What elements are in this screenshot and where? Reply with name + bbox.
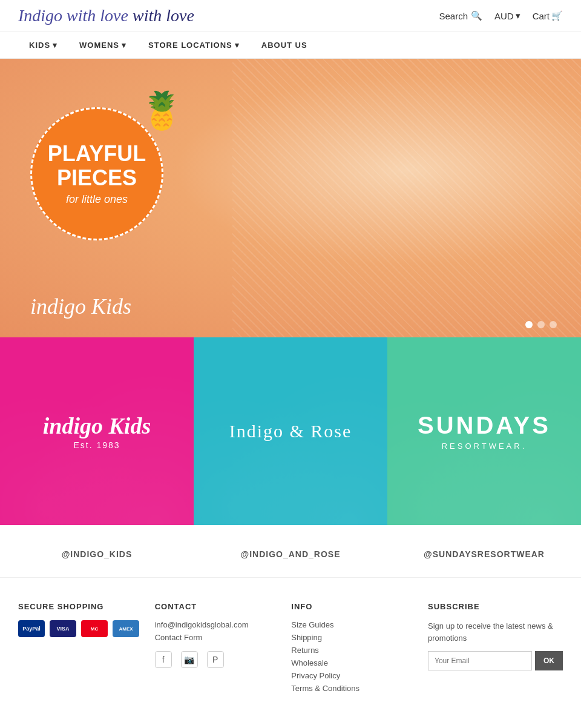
main-nav: KIDS ▾ WOMENS ▾ STORE LOCATIONS ▾ ABOUT … — [0, 32, 581, 59]
hero-dot-2[interactable] — [537, 321, 545, 328]
brand-panel-kids[interactable]: indigo Kids Est. 1983 — [0, 337, 194, 525]
nav-about-label: ABOUT US — [261, 41, 307, 50]
social-handle-sundays[interactable]: @SUNDAYSRESORTWEAR — [387, 549, 581, 559]
chevron-down-icon: ▾ — [516, 10, 520, 21]
footer-wholesale[interactable]: Wholesale — [291, 658, 416, 667]
footer-contact-form-link[interactable]: Contact Form — [155, 633, 280, 642]
nav-store-label: STORE LOCATIONS — [148, 41, 232, 50]
payment-mastercard: MC — [81, 620, 108, 637]
footer-col-info: INFO Size Guides Shipping Returns Wholes… — [291, 602, 416, 697]
pineapple-decoration: 🍍 — [139, 89, 185, 132]
logo-main: Indigo with love — [18, 6, 128, 25]
hero-banner: 🍍 PLAYFUL PIECES for little ones indigo … — [0, 59, 581, 337]
subscribe-input[interactable] — [428, 651, 532, 670]
footer-terms[interactable]: Terms & Conditions — [291, 684, 416, 693]
footer-privacy[interactable]: Privacy Policy — [291, 671, 416, 680]
hero-badge-subtitle: for little ones — [66, 193, 128, 206]
brand-panel-sundays-text: SUNDAYS RESORTWEAR. — [418, 412, 551, 451]
footer-email-link[interactable]: info@indigokidsglobal.com — [155, 620, 280, 629]
hero-dot-1[interactable] — [525, 321, 533, 328]
hero-dot-3[interactable] — [550, 321, 557, 328]
brand-kids-logo: indigo Kids — [43, 412, 151, 439]
footer-subscribe-title: SUBSCRIBE — [428, 602, 563, 611]
chevron-down-icon: ▾ — [235, 41, 240, 50]
footer-secure-title: SECURE SHOPPING — [18, 602, 143, 611]
brand-sundays-logo: SUNDAYS — [418, 412, 551, 439]
footer-contact-title: CONTACT — [155, 602, 280, 611]
hero-line2: PIECES — [48, 166, 146, 190]
nav-item-womens[interactable]: WOMENS ▾ — [68, 32, 137, 58]
brand-kids-est: Est. 1983 — [43, 440, 151, 450]
footer-col-secure: SECURE SHOPPING PayPal VISA MC AMEX — [18, 602, 143, 697]
brand-panel-rose[interactable]: Indigo & Rose — [194, 337, 387, 525]
social-col-sundays: @SUNDAYSRESORTWEAR — [387, 549, 581, 559]
social-col-rose: @INDIGO_AND_ROSE — [194, 549, 387, 559]
hero-brand-logo: indigo Kids — [30, 294, 131, 319]
hero-badge-title: PLAYFUL PIECES — [48, 142, 146, 190]
aud-label: AUD — [494, 11, 514, 21]
logo[interactable]: Indigo with love with love — [18, 6, 194, 25]
hero-brand-name: indigo Kids — [30, 294, 131, 319]
social-handle-kids[interactable]: @INDIGO_KIDS — [0, 549, 194, 559]
hero-dots — [525, 321, 557, 328]
footer-col-subscribe: SUBSCRIBE Sign up to receive the latest … — [428, 602, 563, 697]
footer-size-guides[interactable]: Size Guides — [291, 620, 416, 629]
cart-label: Cart — [533, 11, 550, 21]
search-button[interactable]: Search 🔍 — [439, 10, 482, 21]
payment-amex: AMEX — [113, 620, 139, 637]
logo-italic: with love — [133, 6, 194, 25]
search-icon: 🔍 — [471, 10, 482, 21]
footer-returns[interactable]: Returns — [291, 646, 416, 655]
brand-panel-kids-text: indigo Kids Est. 1983 — [43, 412, 151, 450]
nav-item-store-locations[interactable]: STORE LOCATIONS ▾ — [137, 32, 251, 58]
nav-kids-label: KIDS — [29, 41, 50, 50]
footer-col-contact: CONTACT info@indigokidsglobal.com Contac… — [155, 602, 280, 697]
social-handle-rose[interactable]: @INDIGO_AND_ROSE — [194, 549, 387, 559]
aud-selector[interactable]: AUD ▾ — [494, 10, 520, 21]
nav-womens-label: WOMENS — [79, 41, 119, 50]
subscribe-text: Sign up to receive the latest news & pro… — [428, 620, 563, 644]
chevron-down-icon: ▾ — [53, 41, 57, 50]
subscribe-button[interactable]: OK — [535, 651, 563, 670]
cart-icon: 🛒 — [551, 10, 563, 21]
chevron-down-icon: ▾ — [122, 41, 126, 50]
payment-paypal: PayPal — [18, 620, 45, 637]
hero-line1: PLAYFUL — [48, 142, 146, 166]
search-label: Search — [439, 11, 468, 21]
header-right: Search 🔍 AUD ▾ Cart 🛒 — [439, 10, 563, 21]
brand-panel-rose-text: Indigo & Rose — [229, 421, 352, 442]
footer-social-icons: f 📷 P — [155, 651, 280, 668]
subscribe-form: OK — [428, 651, 563, 670]
brand-panels: indigo Kids Est. 1983 Indigo & Rose SUND… — [0, 337, 581, 525]
instagram-icon[interactable]: 📷 — [181, 651, 198, 668]
brand-rose-logo: Indigo & Rose — [229, 421, 352, 442]
social-col-kids: @INDIGO_KIDS — [0, 549, 194, 559]
hero-badge: PLAYFUL PIECES for little ones — [30, 107, 163, 240]
payment-icons: PayPal VISA MC AMEX — [18, 620, 143, 637]
social-section: @INDIGO_KIDS @INDIGO_AND_ROSE @SUNDAYSRE… — [0, 525, 581, 577]
hero-pattern-overlay — [232, 59, 581, 337]
footer: SECURE SHOPPING PayPal VISA MC AMEX CONT… — [0, 577, 581, 715]
payment-visa: VISA — [50, 620, 76, 637]
nav-item-kids[interactable]: KIDS ▾ — [18, 32, 68, 58]
header: Indigo with love with love Search 🔍 AUD … — [0, 0, 581, 32]
footer-shipping[interactable]: Shipping — [291, 633, 416, 642]
brand-panel-sundays[interactable]: SUNDAYS RESORTWEAR. — [387, 337, 581, 525]
footer-info-title: INFO — [291, 602, 416, 611]
cart-button[interactable]: Cart 🛒 — [533, 10, 563, 21]
facebook-icon[interactable]: f — [155, 651, 172, 668]
brand-sundays-sub: RESORTWEAR. — [418, 442, 551, 451]
nav-item-about-us[interactable]: ABOUT US — [251, 32, 318, 58]
pinterest-icon[interactable]: P — [207, 651, 224, 668]
